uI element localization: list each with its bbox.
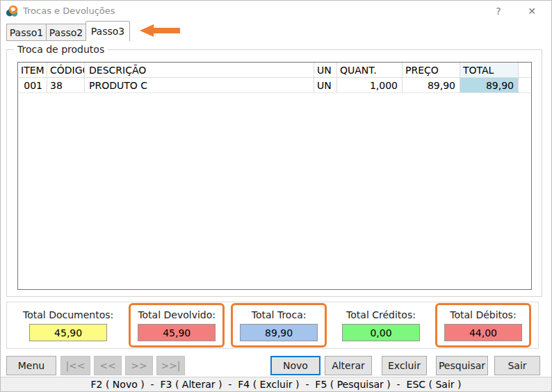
total-creditos-label: Total Créditos: [346, 309, 416, 320]
last-record-button[interactable]: >>| [156, 356, 185, 375]
groupbox-title: Troca de produtos [14, 44, 108, 55]
total-creditos-value: 0,00 [342, 324, 420, 341]
app-window: Trocas e Devoluções ? ✕ Passo1 Passo2 Pa… [0, 0, 552, 392]
column-header-preco: PREÇO [403, 63, 460, 78]
cell-codigo: 38 [47, 78, 85, 93]
total-devolvido-value: 45,90 [138, 324, 216, 341]
first-record-button[interactable]: |<< [60, 356, 90, 375]
totals-panel: Total Documentos: 45,90 Total Devolvido:… [6, 302, 539, 349]
cell-total: 89,90 [460, 78, 519, 93]
sair-button[interactable]: Sair [494, 356, 540, 375]
tab-passo3[interactable]: Passo3 [86, 21, 130, 41]
total-troca-group: Total Troca: 89,90 [231, 303, 327, 348]
pesquisar-button[interactable]: Pesquisar [436, 356, 488, 375]
total-debitos-label: Total Débitos: [450, 309, 516, 320]
cell-item: 001 [18, 78, 47, 93]
cell-descricao: PRODUTO C [85, 78, 314, 93]
alterar-button[interactable]: Alterar [325, 356, 372, 375]
total-documentos-value: 45,90 [29, 324, 107, 341]
column-header-spacer [519, 63, 530, 78]
annotation-arrow-icon [138, 24, 181, 38]
tab-passo1[interactable]: Passo1 [6, 24, 47, 41]
column-header-descricao: DESCRIÇÃO [85, 63, 314, 78]
table-header-row: ITEM CÓDIGO DESCRIÇÃO UN QUANT. PREÇO TO… [18, 63, 531, 78]
novo-button[interactable]: Novo [270, 356, 320, 375]
title-bar[interactable]: Trocas e Devoluções ? ✕ [1, 1, 551, 22]
total-documentos-label: Total Documentos: [23, 309, 113, 320]
status-bar: F2 ( Novo ) - F3 ( Alterar ) - F4 ( Excl… [1, 377, 551, 391]
cell-un: UN [314, 78, 337, 93]
close-icon[interactable]: ✕ [523, 4, 540, 18]
help-button[interactable]: ? [490, 4, 507, 18]
tab-passo2[interactable]: Passo2 [46, 24, 86, 41]
column-header-quant: QUANT. [337, 63, 403, 78]
menu-button[interactable]: Menu [6, 356, 56, 375]
total-devolvido-group: Total Devolvido: 45,90 [129, 303, 225, 348]
column-header-codigo: CÓDIGO [47, 63, 85, 78]
next-record-button[interactable]: >> [125, 356, 153, 375]
table-row[interactable]: 001 38 PRODUTO C UN 1,000 89,90 89,90 [18, 78, 531, 93]
cell-preco: 89,90 [403, 78, 460, 93]
cell-spacer [519, 78, 530, 93]
total-troca-label: Total Troca: [252, 309, 307, 320]
cell-quant: 1,000 [337, 78, 403, 93]
window-title: Trocas e Devoluções [23, 6, 115, 16]
total-troca-value: 89,90 [240, 324, 318, 341]
groupbox-troca-de-produtos: Troca de produtos ITEM CÓDIGO DESCRIÇÃO … [6, 49, 542, 297]
column-header-item: ITEM [18, 63, 47, 78]
products-table: ITEM CÓDIGO DESCRIÇÃO UN QUANT. PREÇO TO… [17, 62, 532, 290]
column-header-un: UN [314, 63, 337, 78]
total-debitos-value: 44,00 [444, 324, 522, 341]
column-header-total: TOTAL [460, 63, 519, 78]
app-logo-icon [6, 5, 19, 17]
excluir-button[interactable]: Excluir [382, 356, 427, 375]
tab-strip: Passo1 Passo2 Passo3 [1, 21, 551, 41]
total-debitos-group: Total Débitos: 44,00 [435, 303, 531, 348]
total-devolvido-label: Total Devolvido: [138, 309, 216, 320]
prev-record-button[interactable]: << [94, 356, 122, 375]
total-creditos-group: Total Créditos: 0,00 [333, 303, 429, 348]
total-documentos-group: Total Documentos: 45,90 [14, 303, 122, 348]
